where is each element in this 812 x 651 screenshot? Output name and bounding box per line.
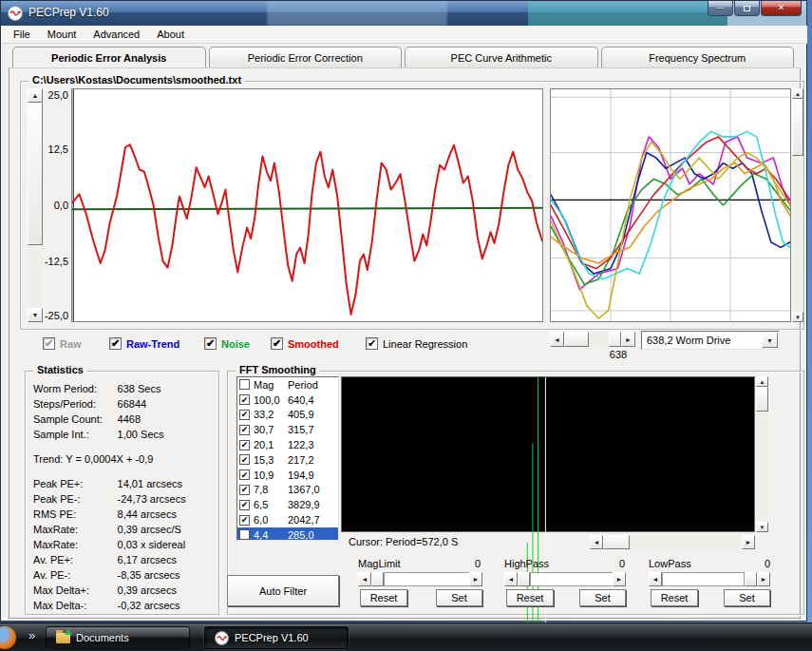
pe-plot[interactable] [71,88,543,322]
toggle-noise[interactable]: Noise [204,337,250,350]
taskbar-item-pecprep[interactable]: PECPrep V1.60 [204,626,349,649]
row-checkbox[interactable] [239,500,250,510]
list-item[interactable]: 6,53829,9 [237,497,338,512]
toolbar-overflow-chevron[interactable]: » [28,628,35,642]
hscroll-thumb[interactable] [564,332,589,347]
slider-thumb[interactable] [518,572,530,586]
toggle-smoothed[interactable]: Smoothed [271,337,339,350]
worm-cycles-plot[interactable] [550,88,791,322]
scroll-down-icon[interactable]: ▼ [28,308,43,322]
row-checkbox[interactable] [239,485,250,495]
firefox-icon[interactable] [0,626,16,649]
toggle-linear-regression[interactable]: Linear Regression [366,337,467,350]
scroll-up-icon[interactable]: ▲ [756,376,768,387]
row-checkbox[interactable] [239,425,250,435]
taskbar-item-documents[interactable]: Documents [46,626,190,649]
slider-thumb[interactable] [745,572,757,586]
fft-vscrollbar[interactable]: ▲ ▼ [756,376,768,532]
highpass-slider[interactable]: ◄ ► [504,572,626,586]
auto-filter-button[interactable]: Auto Filter [227,575,339,606]
scroll-right-icon[interactable]: ► [613,572,626,586]
close-button[interactable]: ✕ [761,1,802,16]
row-checkbox[interactable] [239,394,250,405]
row-checkbox[interactable] [239,410,250,420]
worm-drive-combobox[interactable]: 638,2 Worm Drive ▼ [641,331,780,350]
raw-checkbox[interactable] [43,337,55,350]
slider-thumb[interactable] [371,572,384,586]
noise-checkbox[interactable] [204,337,217,350]
hscroll-thumb[interactable] [603,535,630,549]
stat-row: Sample Int.:1,00 Secs [26,427,218,442]
vscroll-thumb[interactable] [756,387,768,412]
list-item[interactable]: 100,0640,4 [237,393,338,408]
chevron-down-icon[interactable]: ▼ [762,333,778,348]
scroll-left-icon[interactable]: ◄ [550,332,564,347]
maglimit-slider[interactable]: ◄ ► [358,572,482,586]
lowpass-reset-button[interactable]: Reset [651,589,698,606]
menu-file[interactable]: File [6,27,38,42]
scroll-right-icon[interactable]: ► [742,535,755,549]
lowpass-set-button[interactable]: Set [724,589,770,606]
trend-equation: Trend: Y = 0,0004X + -0,9 [26,451,218,467]
linear-regression-checkbox[interactable] [366,337,378,350]
scroll-up-icon[interactable]: ▲ [28,88,43,103]
list-item[interactable]: 33,2405,9 [237,408,338,423]
list-item-selected[interactable]: 4,4285,0 [237,527,338,541]
worm-period-scrollbar[interactable]: ◄ ► [550,332,635,347]
vscroll-thumb[interactable] [28,103,43,245]
minimize-button[interactable]: — [708,1,733,16]
scroll-right-icon[interactable]: ► [469,572,482,586]
tab-pec-curve-arithmetic[interactable]: PEC Curve Arithmetic [405,47,598,68]
row-checkbox[interactable] [239,440,250,450]
highpass-reset-button[interactable]: Reset [506,589,554,606]
scroll-up-icon[interactable]: ▲ [792,88,803,99]
lowpass-slider[interactable]: ◄ ► [649,572,770,586]
list-item[interactable]: 30,7315,7 [237,422,338,437]
list-item[interactable]: 20,1122,3 [237,437,338,452]
combo-value: 638,2 Worm Drive [642,335,730,346]
scroll-left-icon[interactable]: ◄ [590,535,603,549]
title-bar[interactable]: PECPrep V1.60 — ✕ [1,1,806,26]
row-checkbox[interactable] [239,469,250,480]
row-checkbox[interactable] [239,454,250,465]
list-item[interactable]: 10,9194,9 [237,468,338,483]
scroll-left-icon[interactable]: ◄ [358,572,371,586]
toggle-raw[interactable]: Raw [43,337,82,350]
row-checkbox[interactable] [239,529,250,540]
vscroll-thumb[interactable] [792,99,803,156]
fft-component-list[interactable]: Mag Period 100,0640,4 33,2405,9 30,7315,… [236,376,339,541]
cycles-vscrollbar[interactable]: ▲ ▼ [792,88,803,322]
smoothed-checkbox[interactable] [271,337,283,350]
highpass-set-button[interactable]: Set [579,589,626,606]
raw-trend-checkbox[interactable] [109,337,122,350]
menu-mount[interactable]: Mount [40,27,85,42]
fft-hscrollbar[interactable]: ◄ ► [590,535,755,549]
scroll-down-icon[interactable]: ▼ [756,522,768,532]
lowpass-value: 0 [713,558,770,569]
fft-title: FFT Smoothing [236,364,320,375]
scroll-right-icon[interactable]: ► [757,572,770,586]
hscroll-thumb2[interactable] [609,332,621,347]
toggle-raw-trend[interactable]: Raw-Trend [109,337,179,350]
tab-periodic-error-analysis[interactable]: Periodic Error Analysis [12,47,206,68]
maglimit-reset-button[interactable]: Reset [360,589,407,606]
app-icon [8,6,23,21]
menu-bar: File Mount Advanced About [2,26,807,44]
row-checkbox[interactable] [239,515,250,526]
menu-advanced[interactable]: Advanced [85,27,147,42]
menu-about[interactable]: About [149,27,192,42]
scroll-left-icon[interactable]: ◄ [649,572,662,586]
main-chart-vscrollbar[interactable]: ▲ ▼ [28,88,43,322]
list-item[interactable]: 15,3217,2 [237,452,338,468]
maximize-button[interactable] [734,1,760,16]
list-item[interactable]: 7,81367,0 [237,483,338,498]
header-checkbox[interactable] [239,379,250,390]
scroll-down-icon[interactable]: ▼ [792,312,803,322]
tab-periodic-error-correction[interactable]: Periodic Error Correction [209,47,403,68]
scroll-right-icon[interactable]: ► [621,332,635,347]
fft-spectrum-plot[interactable] [341,376,755,532]
list-item[interactable]: 6,02042,7 [237,512,338,527]
tab-frequency-spectrum[interactable]: Frequency Spectrum [601,47,795,68]
scroll-left-icon[interactable]: ◄ [504,572,518,586]
maglimit-set-button[interactable]: Set [436,589,482,606]
